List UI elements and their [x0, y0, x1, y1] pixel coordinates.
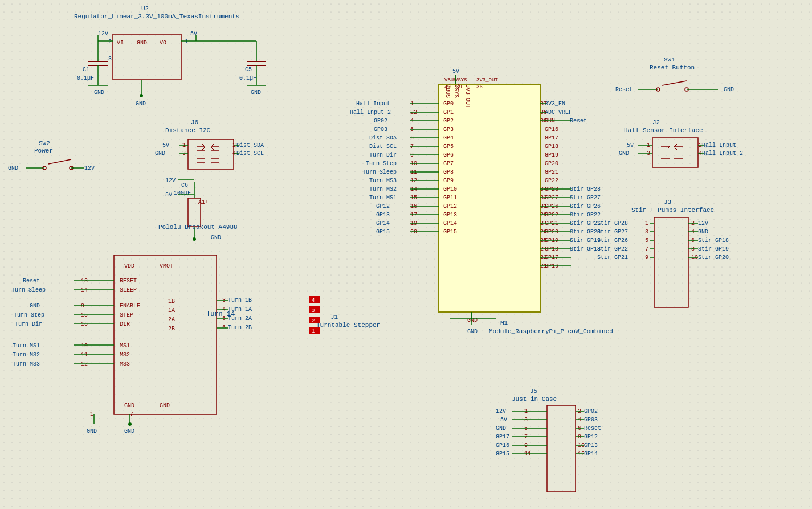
schematic-canvas[interactable]: U2 Regulator_Linear_3.3V_100mA_TexasInst…: [0, 0, 812, 509]
svg-text:3: 3: [108, 56, 112, 62]
svg-text:5V: 5V: [452, 68, 459, 75]
svg-text:1B: 1B: [168, 298, 175, 305]
svg-text:Just in Case: Just in Case: [512, 396, 557, 403]
svg-text:4: 4: [312, 298, 315, 303]
svg-text:J2: J2: [652, 119, 660, 126]
svg-text:Dist SCL: Dist SCL: [369, 143, 397, 150]
svg-text:Reset: Reset: [615, 87, 633, 93]
svg-text:12V: 12V: [98, 31, 108, 37]
svg-text:12V: 12V: [698, 220, 708, 227]
svg-text:Turn MS3: Turn MS3: [13, 361, 40, 367]
svg-text:GP6: GP6: [443, 152, 454, 158]
svg-text:GND: GND: [251, 89, 261, 96]
svg-text:15: 15: [81, 312, 88, 318]
svg-text:Distance I2C: Distance I2C: [165, 127, 211, 134]
svg-text:GP4: GP4: [443, 135, 454, 141]
svg-text:GP12: GP12: [584, 434, 598, 440]
svg-text:5V: 5V: [162, 142, 169, 149]
svg-text:Dist SCL: Dist SCL: [236, 150, 264, 157]
svg-text:MS2: MS2: [120, 352, 130, 358]
svg-text:GP15: GP15: [496, 451, 509, 457]
svg-text:Stir GP26: Stir GP26: [597, 237, 628, 244]
svg-text:3: 3: [312, 308, 315, 314]
svg-text:J6: J6: [191, 119, 198, 126]
svg-text:Turn MS3: Turn MS3: [369, 178, 397, 184]
svg-text:GP13: GP13: [376, 212, 390, 218]
svg-text:C1: C1: [83, 67, 89, 73]
svg-text:C5: C5: [245, 67, 252, 73]
svg-text:GND: GND: [160, 403, 170, 409]
svg-text:Turn Step: Turn Step: [14, 312, 44, 318]
svg-text:12V: 12V: [496, 408, 506, 414]
svg-text:14: 14: [81, 287, 88, 293]
svg-text:GP2: GP2: [443, 118, 454, 124]
svg-text:Module_RaspberryPi_PicoW_Combi: Module_RaspberryPi_PicoW_Combined: [489, 328, 613, 335]
svg-text:GND: GND: [136, 101, 146, 107]
svg-text:GND: GND: [211, 235, 221, 241]
svg-text:Turn MS1: Turn MS1: [369, 195, 397, 201]
svg-text:GP12: GP12: [443, 203, 457, 210]
svg-text:100µF: 100µF: [174, 190, 191, 196]
svg-text:GND: GND: [30, 303, 40, 309]
svg-text:U2: U2: [141, 5, 149, 12]
svg-text:GP18: GP18: [545, 143, 558, 150]
svg-text:Reset: Reset: [23, 278, 40, 284]
svg-text:5V: 5V: [627, 142, 634, 149]
svg-text:Stir GP19: Stir GP19: [570, 237, 601, 244]
svg-text:GP15: GP15: [443, 229, 457, 235]
svg-text:Stir GP21: Stir GP21: [570, 220, 601, 227]
svg-text:Turntable Stepper: Turntable Stepper: [316, 322, 380, 329]
svg-text:GND: GND: [137, 40, 147, 46]
svg-text:1: 1: [90, 411, 93, 417]
svg-text:VMOT: VMOT: [160, 263, 173, 269]
svg-text:Turn MS1: Turn MS1: [13, 343, 40, 349]
svg-text:Dist SDA: Dist SDA: [236, 142, 264, 149]
svg-text:VSYS: VSYS: [455, 77, 467, 83]
svg-text:GP19: GP19: [545, 152, 558, 158]
svg-text:GND: GND: [8, 165, 18, 171]
svg-text:ENABLE: ENABLE: [120, 303, 140, 309]
svg-text:36: 36: [476, 84, 483, 90]
svg-text:3V3_EN: 3V3_EN: [545, 101, 565, 107]
svg-text:Stir GP22: Stir GP22: [570, 212, 601, 218]
svg-text:Dist SDA: Dist SDA: [369, 135, 397, 141]
svg-text:Stir GP26: Stir GP26: [570, 203, 601, 210]
svg-text:Turn MS2: Turn MS2: [369, 186, 397, 192]
svg-text:2: 2: [312, 318, 315, 324]
svg-text:Stir GP20: Stir GP20: [698, 255, 729, 261]
svg-text:Stir + Pumps Interface: Stir + Pumps Interface: [631, 207, 714, 214]
svg-text:RESET: RESET: [120, 278, 137, 284]
svg-text:Stir GP18: Stir GP18: [570, 246, 601, 252]
svg-point-152: [128, 422, 132, 426]
svg-text:Stir GP18: Stir GP18: [698, 237, 729, 244]
svg-text:GND: GND: [94, 89, 104, 96]
svg-text:7: 7: [645, 246, 648, 252]
svg-text:3V3_OUT: 3V3_OUT: [464, 84, 471, 108]
svg-text:12V: 12V: [165, 178, 176, 184]
svg-text:12: 12: [81, 361, 88, 367]
svg-text:VO: VO: [160, 40, 166, 46]
svg-text:GP11: GP11: [443, 195, 457, 201]
svg-text:2A: 2A: [168, 317, 175, 323]
svg-text:DIR: DIR: [120, 321, 130, 327]
svg-text:2: 2: [108, 39, 112, 45]
svg-text:Reset Button: Reset Button: [650, 64, 695, 71]
svg-text:Turn Sleep: Turn Sleep: [11, 287, 46, 293]
svg-text:MS3: MS3: [120, 361, 130, 367]
svg-text:GND: GND: [155, 150, 165, 157]
svg-text:11: 11: [81, 352, 88, 358]
svg-text:Turn 2B: Turn 2B: [228, 325, 252, 331]
svg-text:GP8: GP8: [443, 169, 454, 175]
svg-text:MS1: MS1: [120, 343, 130, 349]
svg-text:9: 9: [81, 303, 84, 309]
svg-text:Turn 1B: Turn 1B: [228, 297, 252, 303]
svg-text:GND: GND: [698, 229, 708, 235]
svg-text:Stir GP28: Stir GP28: [570, 186, 601, 192]
svg-text:Hall Input: Hall Input: [356, 101, 390, 107]
svg-text:1: 1: [645, 220, 648, 227]
svg-text:Hall Input 2: Hall Input 2: [350, 109, 391, 116]
svg-text:GP13: GP13: [443, 212, 457, 218]
svg-text:SW2: SW2: [39, 140, 50, 147]
svg-text:13: 13: [81, 278, 88, 284]
svg-text:GP7: GP7: [443, 161, 454, 167]
